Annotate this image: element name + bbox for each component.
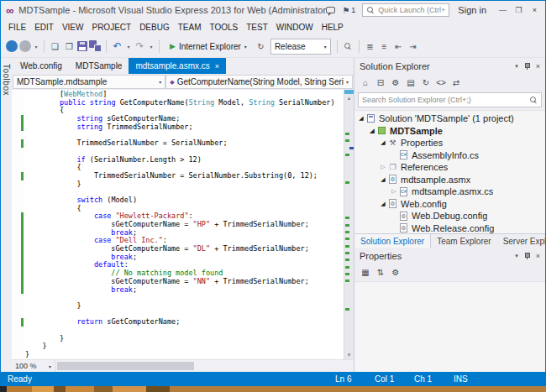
collapse-arrow-icon[interactable]: ◢ [357,115,365,122]
properties-titlebar[interactable]: Properties ▾× [354,248,545,264]
solution-search-input[interactable]: Search Solution Explorer (Ctrl+;) [358,92,542,107]
expand-arrow-icon[interactable]: ▷ [390,188,398,195]
code-line[interactable]: } [25,342,344,351]
menu-debug[interactable]: DEBUG [135,23,174,32]
menu-tools[interactable]: TOOLS [205,23,242,32]
expand-arrow-icon[interactable]: ▷ [379,164,387,170]
decrease-indent-icon[interactable]: ⇤ [392,40,405,53]
increase-indent-icon[interactable]: ⇥ [407,40,419,53]
notifications-flag-icon[interactable]: ⚑1 [342,6,355,15]
collapse-all-icon[interactable]: ⊟ [375,77,386,89]
collapse-arrow-icon[interactable]: ◢ [379,139,387,146]
feedback-icon[interactable] [326,7,335,13]
code-line[interactable]: } [25,335,344,343]
code-line[interactable] [25,327,344,335]
menu-help[interactable]: HELP [318,23,348,32]
navigation-history-dropdown-icon[interactable]: ▾ [33,40,39,53]
scrollbar-thumb[interactable] [57,362,194,370]
tree-item-mdtsample-asmx[interactable]: ◢⚙mdtsample.asmx [354,174,545,186]
panel-tab-solution-explorer[interactable]: Solution Explorer [354,234,431,248]
window-position-icon[interactable]: ▾ [515,63,518,70]
menu-window[interactable]: WINDOW [272,23,318,32]
quick-launch-input[interactable]: Quick Launch (Ctrl+Q) [362,3,449,17]
tree-item-assemblyinfo-cs[interactable]: C#AssemblyInfo.cs [354,149,545,162]
view-code-icon[interactable]: <> [435,77,447,89]
code-line[interactable]: break; [25,286,344,295]
document-tab-mdtsample[interactable]: MDTSample [69,58,129,74]
member-dropdown[interactable]: ◆ GetComputerName(String Model, String S… [165,75,353,89]
menu-test[interactable]: TEST [242,23,272,32]
alphabetical-icon[interactable]: ⇅ [375,267,386,279]
title-bar[interactable]: ∞ MDTSample - Microsoft Visual Studio Ex… [1,1,545,19]
start-debug-button[interactable]: ▶Internet Explorer▾ [165,40,251,53]
solution-configurations-combo[interactable]: Release▾ [270,39,331,55]
code-line[interactable]: } [25,302,344,311]
navigate-forward-icon[interactable]: → [19,40,31,52]
navigate-backward-icon[interactable]: ← [6,40,18,52]
menu-team[interactable]: TEAM [174,23,206,32]
document-tab-web-config[interactable]: Web.config [13,58,69,74]
document-tab-mdtsample-asmx-cs[interactable]: mdtsample.asmx.cs× [129,58,226,74]
zoom-control[interactable]: 100 % ▾ [12,360,55,372]
menu-file[interactable]: FILE [4,23,30,32]
sync-active-document-icon[interactable]: ⇄ [450,77,462,89]
new-file-icon[interactable]: ❏ [49,40,61,53]
tree-item-web-debug-config[interactable]: ⚙Web.Debug.config [354,210,545,222]
editor-split-handle[interactable] [344,90,354,94]
solution-explorer-titlebar[interactable]: Solution Explorer ▾× [354,58,545,74]
home-icon[interactable]: ⌂ [360,77,371,89]
menu-view[interactable]: VIEW [58,23,88,32]
code-line[interactable]: } [25,351,344,359]
categorized-icon[interactable]: ▦ [360,267,371,279]
undo-icon[interactable]: ↶ [111,40,123,53]
refresh-icon[interactable]: ↻ [420,77,432,89]
close-tab-icon[interactable]: × [215,62,219,71]
comment-icon[interactable]: ≣ [364,40,376,53]
panel-tab-team-explorer[interactable]: Team Explorer [431,234,496,248]
tree-item-properties[interactable]: ◢⚒Properties [354,137,545,149]
open-file-icon[interactable]: ❐ [63,40,76,53]
property-pages-icon[interactable]: ⚙ [390,267,402,279]
panel-tab-server-explorer[interactable]: Server Explorer [497,234,546,248]
tree-item-web-release-config[interactable]: ⚙Web.Release.config [354,222,545,234]
minimize-button[interactable]: — [495,6,511,14]
properties-icon[interactable]: ⚙ [390,77,402,89]
show-all-files-icon[interactable]: ▤ [405,77,417,89]
code-line[interactable]: } [25,180,344,189]
windows-taskbar[interactable] [0,386,546,392]
collapse-arrow-icon[interactable]: ◢ [368,128,376,134]
code-line[interactable]: TrimmedSerialNumber = SerialNumber; [25,139,344,148]
collapse-arrow-icon[interactable]: ◢ [379,176,387,183]
restore-button[interactable]: ❐ [511,6,527,14]
close-panel-icon[interactable]: × [536,252,540,260]
redo-icon[interactable]: ↷ [134,40,146,53]
editor-vertical-scrollbar[interactable]: ▲ ▼ [344,90,354,359]
pin-icon[interactable] [523,252,531,260]
editor-horizontal-scrollbar[interactable] [55,360,354,372]
redo-dropdown-icon[interactable]: ▾ [148,40,155,53]
tree-item-mdtsample-asmx-cs[interactable]: ▷C#mdtsample.asmx.cs [354,186,545,198]
window-position-icon[interactable]: ▾ [515,253,518,259]
close-panel-icon[interactable]: × [536,62,540,71]
sign-in-link[interactable]: Sign in [458,5,486,15]
code-line[interactable]: string TrimmedSerialNumber; [25,123,344,132]
tree-item-solution-mdtsample-1-project[interactable]: ◢Solution 'MDTSample' (1 project) [354,112,545,125]
pin-icon[interactable] [523,62,531,71]
code-editor[interactable]: [WebMethod] public string GetComputerNam… [25,90,344,359]
code-line[interactable]: return sGetComputerName; [25,318,344,327]
undo-dropdown-icon[interactable]: ▾ [125,40,132,53]
tree-item-mdtsample[interactable]: ◢MDTSample [354,125,545,138]
toolbox-tab[interactable]: Toolbox [1,58,12,372]
collapse-arrow-icon[interactable]: ◢ [379,201,387,207]
find-in-files-icon[interactable] [342,40,354,53]
code-line[interactable]: public string GetComputerName(String Mod… [25,99,344,107]
editor-margin[interactable] [12,90,25,359]
tree-item-web-config[interactable]: ◢⚙Web.config [354,198,545,211]
close-button[interactable]: × [527,6,543,14]
tree-item-references[interactable]: ▷❒References [354,161,545,174]
save-all-icon[interactable] [89,40,102,52]
type-dropdown[interactable]: MDTSample.mdtsample ▾ [13,75,165,89]
menu-project[interactable]: PROJECT [87,23,135,32]
uncomment-icon[interactable]: ≡ [378,40,391,53]
scroll-down-icon[interactable]: ▼ [344,353,354,358]
